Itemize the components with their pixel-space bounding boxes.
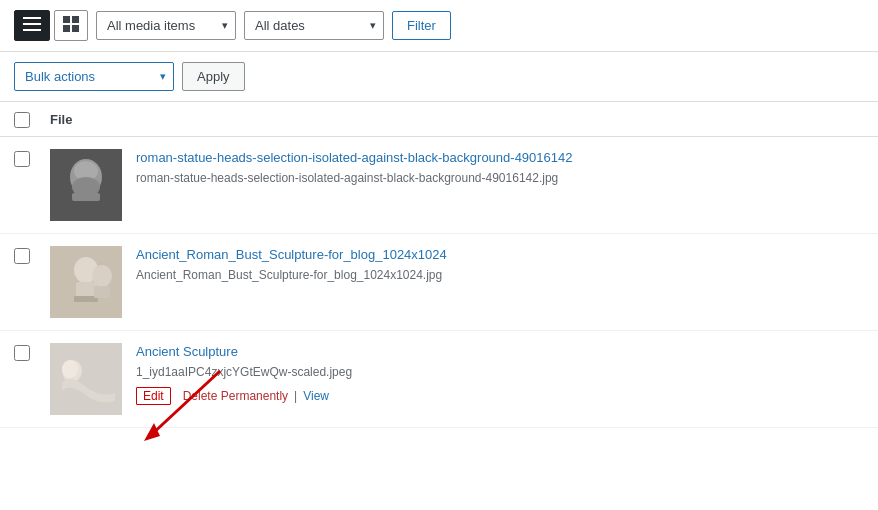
row-actions: Edit Delete Permanently | View — [136, 387, 864, 405]
media-list: roman-statue-heads-selection-isolated-ag… — [0, 137, 878, 428]
date-filter-wrapper: All dates January 2024 February 2024 ▾ — [244, 11, 384, 40]
bulk-actions-wrapper: Bulk actions Delete Permanently ▾ — [14, 62, 174, 91]
top-toolbar: All media items Images Audio Video Docum… — [0, 0, 878, 52]
svg-rect-2 — [23, 29, 41, 31]
file-column-header: File — [50, 112, 72, 127]
svg-rect-14 — [76, 282, 96, 298]
thumbnail-image — [50, 246, 122, 318]
row-checkbox[interactable] — [14, 151, 30, 167]
grid-icon — [63, 16, 79, 35]
file-info: roman-statue-heads-selection-isolated-ag… — [136, 149, 864, 185]
select-all-checkbox[interactable] — [14, 112, 30, 128]
thumbnail — [50, 343, 122, 415]
view-toggle — [14, 10, 88, 41]
bulk-actions-bar: Bulk actions Delete Permanently ▾ Apply — [0, 52, 878, 102]
svg-rect-11 — [72, 193, 100, 201]
svg-rect-0 — [23, 17, 41, 19]
svg-rect-3 — [63, 16, 70, 23]
thumbnail — [50, 246, 122, 318]
apply-button[interactable]: Apply — [182, 62, 245, 91]
svg-rect-20 — [50, 343, 122, 415]
bulk-actions-select[interactable]: Bulk actions Delete Permanently — [14, 62, 174, 91]
svg-rect-4 — [72, 16, 79, 23]
media-filter-wrapper: All media items Images Audio Video Docum… — [96, 11, 236, 40]
table-row: Ancient Sculpture 1_iyd1aaIPC4zxjcYGtEwQ… — [0, 331, 878, 428]
row-checkbox[interactable] — [14, 248, 30, 264]
action-separator-2: | — [294, 389, 297, 403]
filter-button[interactable]: Filter — [392, 11, 451, 40]
table-header: File — [0, 102, 878, 137]
svg-point-22 — [62, 360, 78, 378]
row-checkbox[interactable] — [14, 345, 30, 361]
table-row: roman-statue-heads-selection-isolated-ag… — [0, 137, 878, 234]
svg-rect-1 — [23, 23, 41, 25]
svg-rect-6 — [72, 25, 79, 32]
edit-button[interactable]: Edit — [136, 387, 171, 405]
svg-rect-5 — [63, 25, 70, 32]
svg-rect-17 — [94, 286, 110, 298]
file-title-link[interactable]: roman-statue-heads-selection-isolated-ag… — [136, 149, 864, 167]
file-path: 1_iyd1aaIPC4zxjcYGtEwQw-scaled.jpeg — [136, 365, 864, 379]
list-view-button[interactable] — [14, 10, 50, 41]
file-title-link[interactable]: Ancient_Roman_Bust_Sculpture-for_blog_10… — [136, 246, 864, 264]
file-path: Ancient_Roman_Bust_Sculpture-for_blog_10… — [136, 268, 864, 282]
delete-permanently-link[interactable]: Delete Permanently — [183, 389, 288, 403]
grid-view-button[interactable] — [54, 10, 88, 41]
list-icon — [23, 17, 41, 34]
file-path: roman-statue-heads-selection-isolated-ag… — [136, 171, 864, 185]
table-row: Ancient_Roman_Bust_Sculpture-for_blog_10… — [0, 234, 878, 331]
thumbnail-image — [50, 149, 122, 221]
svg-point-16 — [92, 265, 112, 287]
row-checkbox-col — [14, 246, 50, 264]
date-filter-select[interactable]: All dates January 2024 February 2024 — [244, 11, 384, 40]
svg-marker-19 — [144, 423, 160, 441]
thumbnail — [50, 149, 122, 221]
file-title-link[interactable]: Ancient Sculpture — [136, 343, 864, 361]
view-link[interactable]: View — [303, 389, 329, 403]
media-filter-select[interactable]: All media items Images Audio Video Docum… — [96, 11, 236, 40]
thumbnail-image — [50, 343, 122, 415]
row-checkbox-col — [14, 343, 50, 361]
file-info: Ancient Sculpture 1_iyd1aaIPC4zxjcYGtEwQ… — [136, 343, 864, 405]
row-checkbox-col — [14, 149, 50, 167]
select-all-col — [14, 110, 50, 128]
file-info: Ancient_Roman_Bust_Sculpture-for_blog_10… — [136, 246, 864, 282]
